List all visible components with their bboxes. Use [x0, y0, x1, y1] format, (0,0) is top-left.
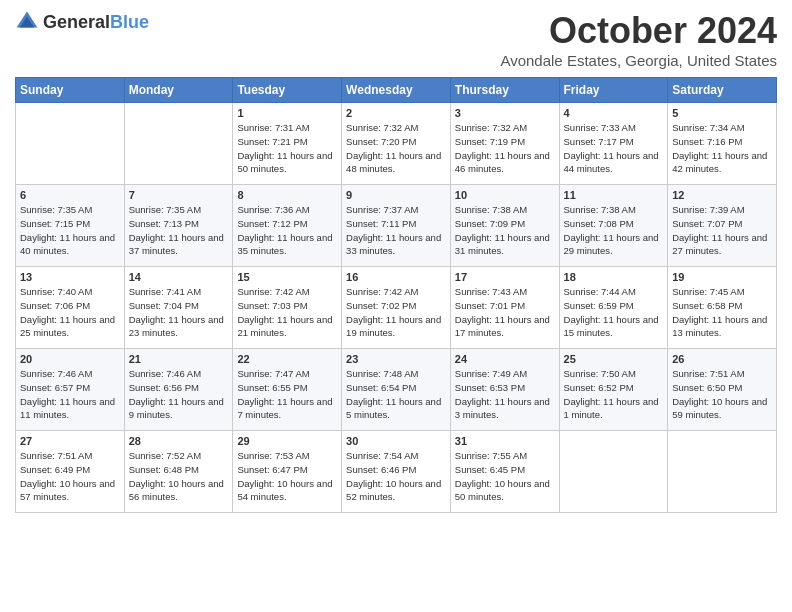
day-number: 6: [20, 189, 120, 201]
column-header-tuesday: Tuesday: [233, 78, 342, 103]
calendar-cell: 13Sunrise: 7:40 AMSunset: 7:06 PMDayligh…: [16, 267, 125, 349]
month-title: October 2024: [500, 10, 777, 52]
day-info: Sunrise: 7:42 AMSunset: 7:03 PMDaylight:…: [237, 285, 337, 340]
day-info: Sunrise: 7:39 AMSunset: 7:07 PMDaylight:…: [672, 203, 772, 258]
day-info: Sunrise: 7:32 AMSunset: 7:20 PMDaylight:…: [346, 121, 446, 176]
day-number: 27: [20, 435, 120, 447]
day-info: Sunrise: 7:37 AMSunset: 7:11 PMDaylight:…: [346, 203, 446, 258]
calendar-cell: 24Sunrise: 7:49 AMSunset: 6:53 PMDayligh…: [450, 349, 559, 431]
calendar-week-row: 13Sunrise: 7:40 AMSunset: 7:06 PMDayligh…: [16, 267, 777, 349]
calendar-cell: 26Sunrise: 7:51 AMSunset: 6:50 PMDayligh…: [668, 349, 777, 431]
calendar-cell: 9Sunrise: 7:37 AMSunset: 7:11 PMDaylight…: [342, 185, 451, 267]
day-number: 4: [564, 107, 664, 119]
day-number: 5: [672, 107, 772, 119]
day-number: 11: [564, 189, 664, 201]
day-number: 23: [346, 353, 446, 365]
column-header-thursday: Thursday: [450, 78, 559, 103]
day-info: Sunrise: 7:55 AMSunset: 6:45 PMDaylight:…: [455, 449, 555, 504]
day-info: Sunrise: 7:40 AMSunset: 7:06 PMDaylight:…: [20, 285, 120, 340]
day-info: Sunrise: 7:38 AMSunset: 7:09 PMDaylight:…: [455, 203, 555, 258]
day-info: Sunrise: 7:51 AMSunset: 6:50 PMDaylight:…: [672, 367, 772, 422]
calendar-cell: 22Sunrise: 7:47 AMSunset: 6:55 PMDayligh…: [233, 349, 342, 431]
logo-general-text: General: [43, 12, 110, 32]
logo-blue-text: Blue: [110, 12, 149, 32]
day-number: 21: [129, 353, 229, 365]
calendar-cell: 21Sunrise: 7:46 AMSunset: 6:56 PMDayligh…: [124, 349, 233, 431]
day-number: 29: [237, 435, 337, 447]
day-info: Sunrise: 7:44 AMSunset: 6:59 PMDaylight:…: [564, 285, 664, 340]
calendar-cell: 1Sunrise: 7:31 AMSunset: 7:21 PMDaylight…: [233, 103, 342, 185]
location-title: Avondale Estates, Georgia, United States: [500, 52, 777, 69]
day-number: 17: [455, 271, 555, 283]
calendar-cell: [124, 103, 233, 185]
calendar-cell: 7Sunrise: 7:35 AMSunset: 7:13 PMDaylight…: [124, 185, 233, 267]
logo-icon: [15, 10, 39, 34]
calendar-week-row: 6Sunrise: 7:35 AMSunset: 7:15 PMDaylight…: [16, 185, 777, 267]
day-number: 8: [237, 189, 337, 201]
column-header-sunday: Sunday: [16, 78, 125, 103]
day-number: 16: [346, 271, 446, 283]
calendar-cell: 4Sunrise: 7:33 AMSunset: 7:17 PMDaylight…: [559, 103, 668, 185]
day-info: Sunrise: 7:50 AMSunset: 6:52 PMDaylight:…: [564, 367, 664, 422]
day-info: Sunrise: 7:46 AMSunset: 6:57 PMDaylight:…: [20, 367, 120, 422]
day-info: Sunrise: 7:47 AMSunset: 6:55 PMDaylight:…: [237, 367, 337, 422]
calendar-week-row: 27Sunrise: 7:51 AMSunset: 6:49 PMDayligh…: [16, 431, 777, 513]
calendar-cell: 25Sunrise: 7:50 AMSunset: 6:52 PMDayligh…: [559, 349, 668, 431]
calendar-cell: 5Sunrise: 7:34 AMSunset: 7:16 PMDaylight…: [668, 103, 777, 185]
day-number: 15: [237, 271, 337, 283]
day-info: Sunrise: 7:52 AMSunset: 6:48 PMDaylight:…: [129, 449, 229, 504]
day-number: 31: [455, 435, 555, 447]
day-number: 30: [346, 435, 446, 447]
day-number: 25: [564, 353, 664, 365]
day-info: Sunrise: 7:49 AMSunset: 6:53 PMDaylight:…: [455, 367, 555, 422]
day-info: Sunrise: 7:33 AMSunset: 7:17 PMDaylight:…: [564, 121, 664, 176]
day-number: 9: [346, 189, 446, 201]
day-info: Sunrise: 7:34 AMSunset: 7:16 PMDaylight:…: [672, 121, 772, 176]
day-info: Sunrise: 7:41 AMSunset: 7:04 PMDaylight:…: [129, 285, 229, 340]
day-number: 2: [346, 107, 446, 119]
calendar-table: SundayMondayTuesdayWednesdayThursdayFrid…: [15, 77, 777, 513]
column-header-friday: Friday: [559, 78, 668, 103]
calendar-cell: 20Sunrise: 7:46 AMSunset: 6:57 PMDayligh…: [16, 349, 125, 431]
calendar-cell: 19Sunrise: 7:45 AMSunset: 6:58 PMDayligh…: [668, 267, 777, 349]
day-info: Sunrise: 7:38 AMSunset: 7:08 PMDaylight:…: [564, 203, 664, 258]
day-info: Sunrise: 7:54 AMSunset: 6:46 PMDaylight:…: [346, 449, 446, 504]
calendar-cell: 29Sunrise: 7:53 AMSunset: 6:47 PMDayligh…: [233, 431, 342, 513]
day-info: Sunrise: 7:36 AMSunset: 7:12 PMDaylight:…: [237, 203, 337, 258]
day-info: Sunrise: 7:31 AMSunset: 7:21 PMDaylight:…: [237, 121, 337, 176]
day-info: Sunrise: 7:42 AMSunset: 7:02 PMDaylight:…: [346, 285, 446, 340]
column-header-wednesday: Wednesday: [342, 78, 451, 103]
calendar-cell: 30Sunrise: 7:54 AMSunset: 6:46 PMDayligh…: [342, 431, 451, 513]
day-number: 28: [129, 435, 229, 447]
day-number: 12: [672, 189, 772, 201]
day-number: 14: [129, 271, 229, 283]
calendar-header-row: SundayMondayTuesdayWednesdayThursdayFrid…: [16, 78, 777, 103]
day-number: 13: [20, 271, 120, 283]
calendar-cell: 3Sunrise: 7:32 AMSunset: 7:19 PMDaylight…: [450, 103, 559, 185]
calendar-cell: 14Sunrise: 7:41 AMSunset: 7:04 PMDayligh…: [124, 267, 233, 349]
logo: GeneralBlue: [15, 10, 149, 34]
day-number: 22: [237, 353, 337, 365]
calendar-cell: 8Sunrise: 7:36 AMSunset: 7:12 PMDaylight…: [233, 185, 342, 267]
day-info: Sunrise: 7:51 AMSunset: 6:49 PMDaylight:…: [20, 449, 120, 504]
header: GeneralBlue October 2024 Avondale Estate…: [15, 10, 777, 69]
calendar-cell: 28Sunrise: 7:52 AMSunset: 6:48 PMDayligh…: [124, 431, 233, 513]
calendar-cell: 27Sunrise: 7:51 AMSunset: 6:49 PMDayligh…: [16, 431, 125, 513]
calendar-cell: [16, 103, 125, 185]
calendar-cell: [559, 431, 668, 513]
day-info: Sunrise: 7:32 AMSunset: 7:19 PMDaylight:…: [455, 121, 555, 176]
column-header-monday: Monday: [124, 78, 233, 103]
day-number: 26: [672, 353, 772, 365]
day-number: 18: [564, 271, 664, 283]
day-number: 24: [455, 353, 555, 365]
day-number: 1: [237, 107, 337, 119]
day-info: Sunrise: 7:53 AMSunset: 6:47 PMDaylight:…: [237, 449, 337, 504]
day-number: 20: [20, 353, 120, 365]
column-header-saturday: Saturday: [668, 78, 777, 103]
day-info: Sunrise: 7:35 AMSunset: 7:15 PMDaylight:…: [20, 203, 120, 258]
calendar-cell: 11Sunrise: 7:38 AMSunset: 7:08 PMDayligh…: [559, 185, 668, 267]
calendar-cell: 2Sunrise: 7:32 AMSunset: 7:20 PMDaylight…: [342, 103, 451, 185]
calendar-cell: 17Sunrise: 7:43 AMSunset: 7:01 PMDayligh…: [450, 267, 559, 349]
calendar-cell: 12Sunrise: 7:39 AMSunset: 7:07 PMDayligh…: [668, 185, 777, 267]
day-info: Sunrise: 7:48 AMSunset: 6:54 PMDaylight:…: [346, 367, 446, 422]
